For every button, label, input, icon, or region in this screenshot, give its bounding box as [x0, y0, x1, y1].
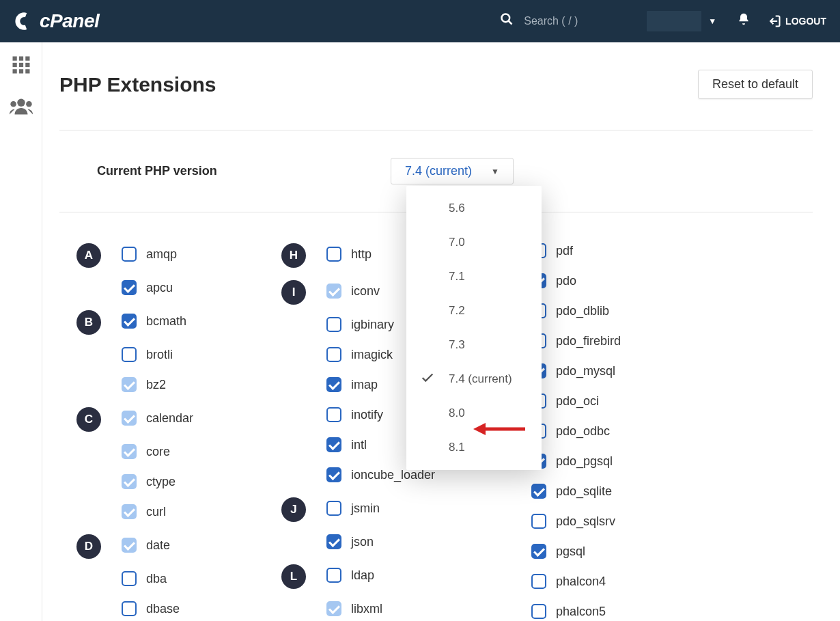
caret-down-icon[interactable]: ▼: [708, 16, 716, 26]
extension-checkbox[interactable]: [122, 377, 137, 392]
extension-checkbox[interactable]: [122, 601, 137, 616]
version-option[interactable]: 7.2: [406, 294, 542, 328]
extension-checkbox[interactable]: [326, 501, 341, 516]
extension-name: dbase: [146, 602, 180, 616]
svg-rect-7: [25, 63, 29, 67]
extension-name: pdo: [556, 274, 576, 288]
search-input[interactable]: [524, 15, 613, 27]
group-header-line: Aamqp: [76, 243, 281, 268]
group-letter-badge: A: [76, 243, 101, 268]
top-bar: cPanel ▼ LOGOUT: [0, 0, 840, 42]
extension-name: pdo_firebird: [556, 334, 621, 348]
extension-name: pdo_odbc: [556, 424, 610, 439]
version-selected-value: 7.4 (current): [405, 164, 472, 178]
extension-name: bz2: [146, 378, 166, 392]
extension-checkbox[interactable]: [122, 474, 137, 489]
extension-checkbox[interactable]: [122, 504, 137, 519]
extension-checkbox[interactable]: [122, 538, 137, 553]
extension-checkbox[interactable]: [326, 601, 341, 616]
apps-grid-icon[interactable]: [11, 55, 31, 80]
version-option[interactable]: 5.6: [406, 191, 542, 225]
extension-item: jsmin: [326, 501, 380, 516]
group-letter-badge: B: [76, 310, 101, 335]
extension-name: imagick: [351, 348, 393, 362]
extension-checkbox[interactable]: [326, 467, 341, 482]
caret-down-icon: ▼: [491, 167, 499, 176]
php-version-select[interactable]: 7.4 (current) ▼ 5.67.07.17.27.37.4 (curr…: [391, 158, 514, 184]
extension-name: pdo_pgsql: [556, 454, 613, 469]
extension-name: libxml: [351, 602, 382, 616]
extension-checkbox[interactable]: [122, 347, 137, 362]
extension-name: http: [351, 247, 372, 262]
extension-name: curl: [146, 505, 166, 519]
version-option[interactable]: 7.3: [406, 328, 542, 362]
extension-checkbox[interactable]: [326, 377, 341, 392]
extension-name: pdo_dblib: [556, 304, 609, 318]
reset-to-default-button[interactable]: Reset to default: [698, 70, 813, 99]
svg-rect-8: [12, 69, 16, 73]
extension-checkbox[interactable]: [531, 484, 546, 499]
version-option[interactable]: 7.1: [406, 260, 542, 294]
cpanel-logo[interactable]: cPanel: [14, 10, 99, 32]
logo-text: cPanel: [40, 10, 99, 32]
svg-rect-10: [25, 69, 29, 73]
extension-item: curl: [76, 504, 281, 519]
extension-checkbox[interactable]: [531, 574, 546, 589]
extension-item: pdo_sqlite: [486, 484, 691, 499]
extension-checkbox[interactable]: [531, 604, 546, 619]
extensions-column: AamqpapcuBbcmathbrotlibz2Ccalendarcorect…: [76, 243, 281, 621]
extension-checkbox[interactable]: [326, 407, 341, 422]
extension-checkbox[interactable]: [326, 284, 341, 299]
extension-checkbox[interactable]: [326, 437, 341, 452]
search-group: [500, 12, 613, 30]
group-letter-badge: C: [76, 407, 101, 432]
extension-item: phalcon4: [486, 574, 691, 589]
version-dropdown: 5.67.07.17.27.37.4 (current)8.08.1: [406, 186, 542, 470]
extension-checkbox[interactable]: [326, 347, 341, 362]
extension-item: iconv: [326, 284, 380, 299]
group-header-line: Jjsmin: [281, 497, 486, 522]
extension-checkbox[interactable]: [326, 247, 341, 262]
extension-checkbox[interactable]: [531, 514, 546, 529]
group-letter-badge: D: [76, 534, 101, 559]
bell-icon[interactable]: [737, 12, 751, 30]
logout-label: LOGOUT: [785, 16, 826, 27]
version-option[interactable]: 8.0: [406, 396, 542, 430]
extension-item: json: [281, 534, 486, 549]
left-rail: [0, 42, 42, 621]
extension-item: date: [122, 538, 170, 553]
extension-item: phalcon5: [486, 604, 691, 619]
users-icon[interactable]: [8, 97, 34, 121]
logout-button[interactable]: LOGOUT: [768, 14, 826, 28]
svg-rect-6: [18, 63, 23, 67]
extension-item: brotli: [76, 347, 281, 362]
extension-checkbox[interactable]: [122, 280, 137, 295]
extension-item: pgsql: [486, 544, 691, 559]
extension-name: pdf: [556, 244, 573, 258]
top-left: cPanel: [14, 10, 99, 32]
extension-checkbox[interactable]: [326, 568, 341, 583]
search-icon[interactable]: [500, 12, 514, 30]
account-menu[interactable]: [647, 11, 701, 31]
extension-item: bz2: [76, 377, 281, 392]
extension-checkbox[interactable]: [531, 544, 546, 559]
extension-checkbox[interactable]: [326, 534, 341, 549]
version-option[interactable]: 7.0: [406, 225, 542, 260]
cpanel-logo-icon: [14, 10, 36, 32]
extension-checkbox[interactable]: [122, 247, 137, 262]
extension-name: pdo_sqlite: [556, 484, 612, 499]
svg-point-11: [17, 99, 25, 107]
extension-checkbox[interactable]: [122, 411, 137, 426]
extension-checkbox[interactable]: [122, 314, 137, 329]
version-option-label: 7.1: [449, 270, 465, 284]
extension-name: bcmath: [146, 314, 186, 329]
version-option-label: 5.6: [449, 202, 465, 215]
extension-checkbox[interactable]: [122, 571, 137, 586]
version-option[interactable]: 7.4 (current): [406, 362, 542, 396]
extension-name: dba: [146, 572, 167, 586]
version-option[interactable]: 8.1: [406, 430, 542, 465]
extension-name: brotli: [146, 348, 173, 362]
extension-checkbox[interactable]: [326, 317, 341, 332]
extension-checkbox[interactable]: [122, 444, 137, 459]
extension-item: libxml: [281, 601, 486, 616]
